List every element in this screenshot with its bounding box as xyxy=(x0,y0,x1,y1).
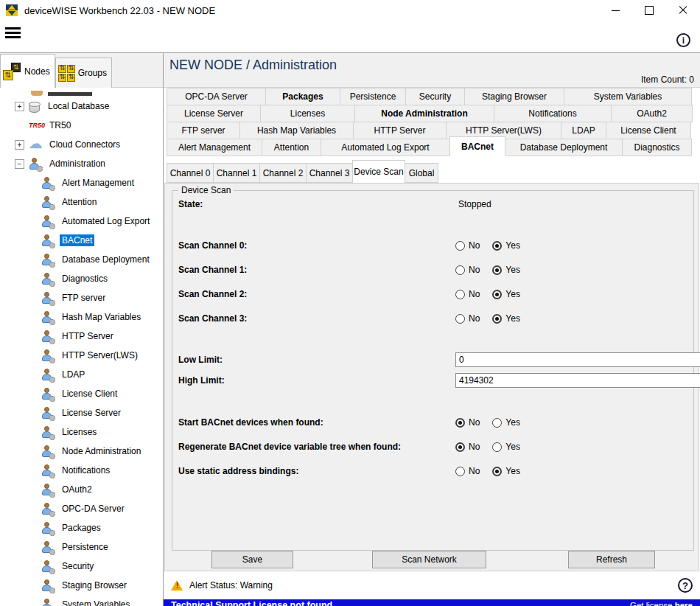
tab-database-deployment[interactable]: Database Deployment xyxy=(505,139,623,156)
tree-item-label: Attention xyxy=(60,196,99,208)
tab-automated-log-export[interactable]: Automated Log Export xyxy=(321,139,450,156)
tab-persistence[interactable]: Persistence xyxy=(340,88,406,105)
radio-label: No xyxy=(469,417,480,428)
tab-nodes[interactable]: Nodes xyxy=(0,54,55,88)
page-title: NEW NODE / Administration xyxy=(169,58,694,73)
radio-yes-scan-channel-0[interactable] xyxy=(492,241,502,251)
radio-yes-scan-channel-1[interactable] xyxy=(492,265,502,275)
tab-system-variables[interactable]: System Variables xyxy=(564,88,692,105)
radio-label: No xyxy=(469,442,480,452)
hamburger-menu-icon[interactable] xyxy=(5,27,21,38)
radio-no-use-static-address-bindings[interactable] xyxy=(455,467,465,476)
radio-no-scan-channel-1[interactable] xyxy=(455,265,465,275)
tab-opc-da-server[interactable]: OPC-DA Server xyxy=(167,88,266,105)
tree-item-diagnostics[interactable]: Diagnostics xyxy=(0,269,163,288)
tab-staging-browser[interactable]: Staging Browser xyxy=(464,88,564,105)
admin-icon xyxy=(41,426,54,439)
tree-item-system-variables[interactable]: System Variables xyxy=(0,595,163,606)
tab-attention[interactable]: Attention xyxy=(262,139,321,156)
tree-item-http-server-lws[interactable]: HTTP Server(LWS) xyxy=(0,346,163,365)
tree-item-node-administration[interactable]: Node Administration xyxy=(0,442,163,461)
tree-item-administration[interactable]: −Administration xyxy=(0,154,163,173)
tree-item-oauth2[interactable]: OAuth2 xyxy=(0,480,163,499)
tree-item-license-client[interactable]: License Client xyxy=(0,384,163,403)
tab-http-server[interactable]: HTTP Server xyxy=(353,122,447,139)
tab-ldap[interactable]: LDAP xyxy=(561,122,606,139)
subtab-channel-1[interactable]: Channel 1 xyxy=(213,163,260,183)
tree-item-http-server[interactable]: HTTP Server xyxy=(0,327,163,346)
tree-item-licenses[interactable]: Licenses xyxy=(0,422,163,442)
radio-yes-scan-channel-3[interactable] xyxy=(492,314,502,324)
refresh-button[interactable]: Refresh xyxy=(568,551,655,568)
tree-item-alert-management[interactable]: Alert Management xyxy=(0,173,163,192)
radio-group: NoYes xyxy=(455,289,533,299)
admin-icon xyxy=(41,579,54,592)
radio-yes-use-static-address-bindings[interactable] xyxy=(492,467,502,476)
expander-icon[interactable]: + xyxy=(15,140,24,150)
subtab-channel-3[interactable]: Channel 3 xyxy=(306,163,353,183)
form-row-regenerate-bacnet-device-variable-tree-when-found: Regenerate BACnet device variable tree w… xyxy=(178,439,690,455)
help-icon[interactable]: ? xyxy=(678,578,693,593)
expander-icon[interactable]: + xyxy=(15,102,24,111)
radio-no-scan-channel-2[interactable] xyxy=(455,290,465,299)
tree-item-tr50[interactable]: TR50TR50 xyxy=(0,116,163,135)
subtab-device-scan[interactable]: Device Scan xyxy=(352,160,405,183)
radio-yes-start-bacnet-devices-when-found[interactable] xyxy=(492,418,502,428)
tree-item-license-server[interactable]: License Server xyxy=(0,403,163,422)
tab-node-administration[interactable]: Node Administration xyxy=(354,105,494,122)
warning-icon: ! xyxy=(171,580,184,591)
tree-item-ftp-server[interactable]: FTP server xyxy=(0,288,163,307)
tab-alert-management[interactable]: Alert Management xyxy=(167,139,262,156)
radio-label: Yes xyxy=(505,417,520,428)
tree-item-local-database[interactable]: +Local Database xyxy=(0,97,163,116)
high-limit-input[interactable] xyxy=(455,373,700,388)
radio-yes-regenerate-bacnet-device-variable-tree-when-found[interactable] xyxy=(492,442,502,452)
tree-item-security[interactable]: Security xyxy=(0,557,163,576)
tree-item-database-deployment[interactable]: Database Deployment xyxy=(0,250,163,269)
tree-item-staging-browser[interactable]: Staging Browser xyxy=(0,576,163,595)
info-icon[interactable]: i xyxy=(676,33,690,47)
maximize-icon[interactable] xyxy=(632,0,666,21)
bacnet-subtabs: Channel 0Channel 1Channel 2Channel 3Devi… xyxy=(164,156,700,183)
tab-bacnet[interactable]: BACnet xyxy=(449,136,505,156)
tree-item-packages[interactable]: Packages xyxy=(0,518,163,537)
tab-ftp-server[interactable]: FTP server xyxy=(167,122,240,139)
tab-diagnostics[interactable]: Diagnostics xyxy=(622,139,692,156)
clipped-text xyxy=(48,92,92,96)
radio-no-regenerate-bacnet-device-variable-tree-when-found[interactable] xyxy=(455,442,465,452)
close-icon[interactable] xyxy=(666,0,700,21)
radio-yes-scan-channel-2[interactable] xyxy=(492,290,502,299)
tab-oauth2[interactable]: OAuth2 xyxy=(611,105,693,122)
tab-security[interactable]: Security xyxy=(405,88,465,105)
tab-notifications[interactable]: Notifications xyxy=(494,105,612,122)
tab-license-client[interactable]: License Client xyxy=(606,122,691,139)
tree-item-automated-log-export[interactable]: Automated Log Export xyxy=(0,212,163,231)
tree-item-attention[interactable]: Attention xyxy=(0,192,163,212)
tr50-icon: TR50 xyxy=(29,119,41,132)
tree-item-ldap[interactable]: LDAP xyxy=(0,365,163,384)
tree-item-hash-map-variables[interactable]: Hash Map Variables xyxy=(0,307,163,327)
license-link[interactable]: Get license here xyxy=(630,599,693,606)
tree-item-cloud-connectors[interactable]: +☁Cloud Connectors xyxy=(0,135,163,154)
save-button[interactable]: Save xyxy=(211,551,293,568)
tab-groups[interactable]: Groups xyxy=(55,58,112,88)
tree-item-bacnet[interactable]: BACnet xyxy=(0,231,163,250)
subtab-channel-0[interactable]: Channel 0 xyxy=(167,163,214,183)
subtab-global[interactable]: Global xyxy=(405,163,438,183)
minimize-icon[interactable] xyxy=(598,0,632,21)
low-limit-input[interactable] xyxy=(455,352,700,367)
expander-icon[interactable]: − xyxy=(15,159,24,169)
tab-hash-map-variables[interactable]: Hash Map Variables xyxy=(239,122,354,139)
radio-no-scan-channel-0[interactable] xyxy=(455,241,465,251)
tree-item-opc-da-server[interactable]: OPC-DA Server xyxy=(0,499,163,518)
radio-no-scan-channel-3[interactable] xyxy=(455,314,465,324)
subtab-channel-2[interactable]: Channel 2 xyxy=(259,163,307,183)
radio-no-start-bacnet-devices-when-found[interactable] xyxy=(455,418,465,428)
tree-item-persistence[interactable]: Persistence xyxy=(0,537,163,557)
tree-item-notifications[interactable]: Notifications xyxy=(0,461,163,480)
scan-network-button[interactable]: Scan Network xyxy=(372,551,486,568)
app-window: deviceWISE Workbench 22.03 - NEW NODE i … xyxy=(0,0,700,606)
tab-licenses[interactable]: Licenses xyxy=(260,105,355,122)
tab-license-server[interactable]: License Server xyxy=(167,105,261,122)
tab-packages[interactable]: Packages xyxy=(265,88,340,105)
